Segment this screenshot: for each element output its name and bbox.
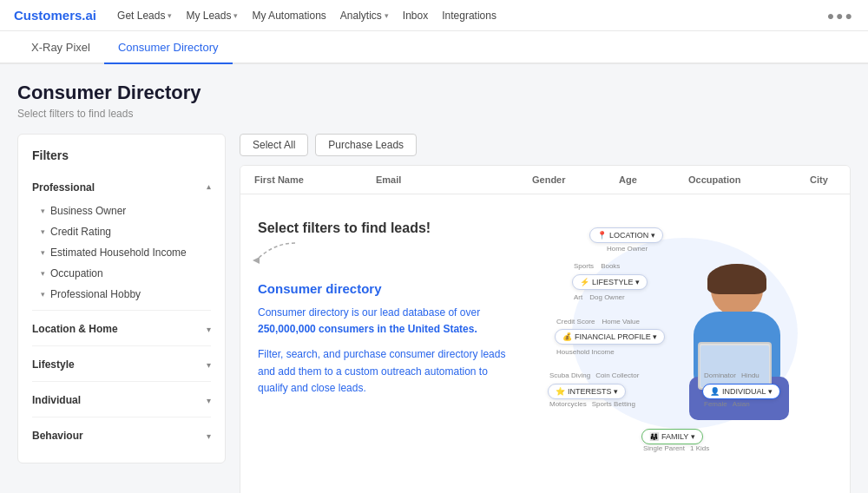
interests-icon: ⭐ [556,387,565,396]
main-content: Select All Purchase Leads First Name Ema… [240,134,851,493]
svg-marker-0 [253,257,260,264]
pill-interests[interactable]: ⭐ INTERESTS ▾ [548,384,626,399]
filter-section-individual-header[interactable]: Individual ▾ [32,387,211,413]
family-sublabels: Single Parent1 Kids [643,444,709,452]
nav-analytics[interactable]: Analytics ▾ [340,10,389,22]
interests-sublabels2: MotorcyclesSports Betting [549,400,635,408]
lifestyle-sublabels: SportsBooks [574,262,620,270]
table-header: First Name Email Gender Age Occupation C… [240,166,850,194]
col-gender: Gender [532,174,619,185]
info-card-title: Consumer directory [258,281,510,296]
chevron-down-icon: ▾ [168,11,172,20]
lifestyle-icon: ⚡ [580,278,589,286]
pill-lifestyle[interactable]: ⚡ LIFESTYLE ▾ [572,274,648,290]
individual-icon: 👤 [710,387,720,396]
empty-state: Select filters to find leads! Consumer d… [240,194,850,493]
info-card-paragraph2: Filter, search, and purchase consumer di… [258,346,510,397]
individual-sublabels: DominatorHindu [704,371,760,379]
select-all-button[interactable]: Select All [240,134,308,156]
top-nav: Customers.ai Get Leads ▾ My Leads ▾ My A… [0,0,868,31]
col-first-name: First Name [254,174,376,185]
filter-item-household-income[interactable]: ▾ Estimated Household Income [32,242,211,263]
location-sublabel: Home Owner [607,245,648,253]
nav-my-leads[interactable]: My Leads ▾ [186,10,238,22]
col-email: Email [376,174,532,185]
chevron-right-icon: ▾ [41,227,45,236]
chevron-right-icon: ▾ [41,290,45,299]
app-logo[interactable]: Customers.ai [14,8,96,23]
sub-nav: X-Ray Pixel Consumer Directory [0,31,868,64]
filter-section-individual: Individual ▾ [32,381,211,413]
tab-consumer-directory[interactable]: Consumer Directory [104,31,233,64]
page-content: Consumer Directory Select filters to fin… [0,64,868,493]
nav-integrations[interactable]: Integrations [442,10,496,22]
tab-xray-pixel[interactable]: X-Ray Pixel [17,31,104,64]
chevron-down-icon: ▾ [385,11,389,20]
family-icon: 👨‍👩‍👧 [649,432,659,441]
lifestyle-sublabels2: ArtDog Owner [574,293,625,301]
page-subtitle: Select filters to find leads [17,108,851,120]
filter-item-credit-rating[interactable]: ▾ Credit Rating [32,221,211,242]
page-title: Consumer Directory [17,82,851,104]
pill-location[interactable]: 📍 LOCATION ▾ [589,227,663,243]
filter-section-location: Location & Home ▾ [32,310,211,342]
filter-section-professional: Professional ▾ ▾ Business Owner ▾ Credit… [32,174,211,305]
location-pin-icon: 📍 [597,231,607,240]
purchase-leads-button[interactable]: Purchase Leads [315,134,417,156]
filter-section-behaviour: Behaviour ▾ [32,417,211,449]
chevron-down-icon: ▾ [207,396,211,405]
filters-sidebar: Filters Professional ▾ ▾ Business Owner … [17,134,226,463]
page-layout: Filters Professional ▾ ▾ Business Owner … [17,134,851,493]
individual-sublabels2: FemaleAsian [704,400,750,408]
logo-dot: .ai [82,8,96,23]
leads-table: First Name Email Gender Age Occupation C… [240,165,851,493]
filter-section-professional-header[interactable]: Professional ▾ [32,174,211,200]
sidebar-title: Filters [32,148,211,162]
chevron-down-icon: ▾ [233,11,238,20]
chevron-right-icon: ▾ [41,269,45,278]
financial-icon: 💰 [562,332,572,341]
pill-family[interactable]: 👨‍👩‍👧 FAMILY ▾ [641,429,703,444]
logo-text: Customers [14,8,82,23]
info-card-paragraph1: Consumer directory is our lead database … [258,305,510,338]
nav-inbox[interactable]: Inbox [403,10,428,22]
filter-section-lifestyle-header[interactable]: Lifestyle ▾ [32,352,211,378]
filter-section-behaviour-header[interactable]: Behaviour ▾ [32,423,211,449]
col-city: City [810,174,836,185]
dashed-arrow-icon [247,234,299,272]
filter-section-lifestyle: Lifestyle ▾ [32,345,211,378]
financial-sublabels2: Household Income [556,348,615,356]
col-age: Age [619,174,688,185]
chevron-down-icon: ▾ [207,360,211,370]
info-card: Consumer directory Consumer directory is… [258,281,510,397]
chevron-right-icon: ▾ [41,207,45,215]
interests-sublabels: Scuba DivingCoin Collector [549,371,639,379]
pill-individual[interactable]: 👤 INDIVIDUAL ▾ [702,384,780,399]
chevron-right-icon: ▾ [41,248,45,257]
nav-more-options[interactable]: ●●● [827,9,854,23]
filter-item-occupation[interactable]: ▾ Occupation [32,263,211,284]
nav-get-leads[interactable]: Get Leads ▾ [117,10,172,22]
col-occupation: Occupation [688,174,810,185]
pill-financial-profile[interactable]: 💰 FINANCIAL PROFILE ▾ [555,329,665,345]
filter-item-business-owner[interactable]: ▾ Business Owner [32,200,211,221]
financial-sublabels: Credit ScoreHome Value [556,318,640,325]
toolbar: Select All Purchase Leads [240,134,851,156]
feature-illustration: 📍 LOCATION ▾ Home Owner ⚡ LIFESTYLE ▾ Sp… [537,220,832,455]
filter-section-location-header[interactable]: Location & Home ▾ [32,316,211,342]
chevron-down-icon: ▾ [207,325,211,334]
chevron-down-icon: ▾ [207,431,211,441]
filter-item-professional-hobby[interactable]: ▾ Professional Hobby [32,284,211,305]
nav-my-automations[interactable]: My Automations [252,10,326,22]
chevron-up-icon: ▾ [207,183,211,193]
